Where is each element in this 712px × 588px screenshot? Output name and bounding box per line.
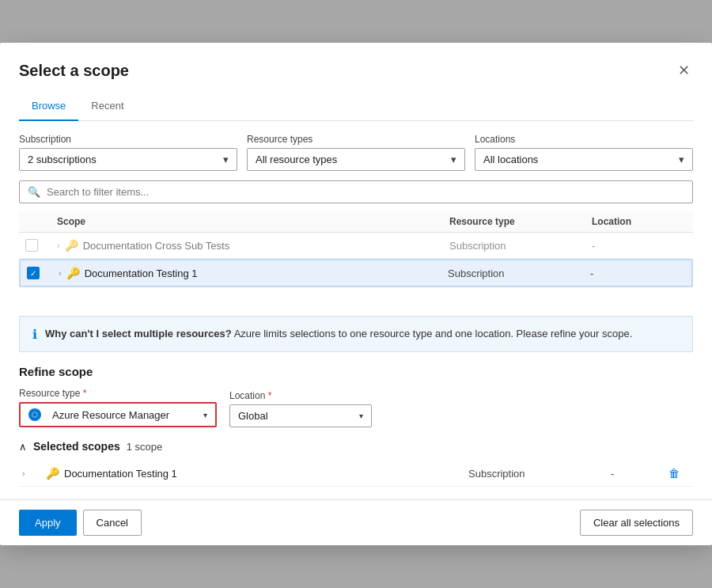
scope-cell-2: › 🔑 Documentation Testing 1 — [59, 267, 448, 279]
info-text: Why can't I select multiple resources? A… — [45, 326, 632, 342]
subscription-value: 2 subscriptions — [28, 154, 97, 165]
resource-types-value: All resource types — [256, 154, 337, 165]
resource-type-refine-value: Azure Resource Manager — [52, 409, 197, 421]
selected-expand-icon[interactable]: › — [22, 469, 46, 478]
locations-label: Locations — [475, 134, 693, 145]
selected-resource-type: Subscription — [468, 468, 611, 480]
selected-scope-name: Documentation Testing 1 — [64, 468, 177, 480]
modal-footer: Apply Cancel Clear all selections — [0, 499, 712, 545]
scope-name-1: Documentation Cross Sub Tests — [83, 240, 229, 252]
resource-type-refine-group: Resource type * ⬡ Azure Resource Manager… — [19, 388, 217, 427]
refine-scope-title: Refine scope — [19, 365, 693, 378]
resource-types-chevron-icon: ▾ — [451, 154, 456, 165]
selected-scopes-title: Selected scopes — [33, 440, 120, 453]
resource-type-refine-chevron-icon: ▾ — [203, 411, 207, 419]
location-refine-group: Location * Global ▾ — [229, 390, 372, 427]
table-header: Scope Resource type Location — [19, 211, 693, 233]
resource-type-refine-label: Resource type * — [19, 388, 217, 399]
info-description: Azure limits selections to one resource … — [234, 328, 633, 340]
location-refine-chevron-icon: ▾ — [359, 412, 363, 420]
location-refine-label: Location * — [229, 390, 372, 401]
selected-scopes-header[interactable]: ∧ Selected scopes 1 scope — [19, 440, 693, 453]
filters-row: Subscription 2 subscriptions ▾ Resource … — [19, 134, 693, 171]
scope-cell-1: › 🔑 Documentation Cross Sub Tests — [57, 239, 449, 252]
resource-types-filter-group: Resource types All resource types ▾ — [247, 134, 465, 171]
modal-header: Select a scope ✕ — [0, 43, 712, 92]
resource-type-1: Subscription — [449, 240, 592, 252]
selected-scopes-section: ∧ Selected scopes 1 scope › 🔑 Documentat… — [19, 440, 693, 487]
modal-body: Browse Recent Subscription 2 subscriptio… — [0, 92, 712, 499]
selected-scope-cell: 🔑 Documentation Testing 1 — [46, 467, 468, 480]
locations-value: All locations — [483, 154, 538, 165]
header-resource-type: Resource type — [449, 216, 592, 227]
table-row-selected: ✓ › 🔑 Documentation Testing 1 Subscripti… — [19, 259, 693, 287]
subscription-chevron-icon: ▾ — [223, 154, 229, 165]
cancel-button[interactable]: Cancel — [83, 510, 142, 536]
locations-dropdown[interactable]: All locations ▾ — [475, 148, 693, 171]
refine-row: Resource type * ⬡ Azure Resource Manager… — [19, 388, 693, 427]
delete-scope-button[interactable]: 🗑 — [658, 467, 690, 480]
resource-type-2: Subscription — [448, 267, 590, 279]
selected-key-icon: 🔑 — [46, 467, 59, 480]
tab-browse[interactable]: Browse — [19, 92, 78, 121]
locations-chevron-icon: ▾ — [679, 154, 684, 165]
tab-recent[interactable]: Recent — [78, 92, 136, 121]
arm-icon: ⬡ — [28, 408, 41, 421]
refine-scope-section: Refine scope Resource type * ⬡ Azure Res… — [19, 365, 693, 427]
location-refine-value: Global — [238, 410, 268, 422]
subscription-label: Subscription — [19, 134, 237, 145]
table-row: › 🔑 Documentation Cross Sub Tests Subscr… — [19, 233, 693, 259]
apply-button[interactable]: Apply — [19, 510, 77, 536]
selected-location: - — [611, 468, 658, 480]
modal-title: Select a scope — [19, 62, 129, 80]
locations-filter-group: Locations All locations ▾ — [475, 134, 693, 171]
header-location: Location — [592, 216, 687, 227]
selected-scopes-expand-icon: ∧ — [19, 441, 27, 453]
search-box: 🔍 — [19, 180, 693, 203]
header-scope: Scope — [57, 216, 449, 227]
expand-icon-1[interactable]: › — [57, 241, 60, 250]
location-2: - — [590, 267, 685, 279]
info-box: ℹ Why can't I select multiple resources?… — [19, 316, 693, 352]
subscription-filter-group: Subscription 2 subscriptions ▾ — [19, 134, 237, 171]
key-icon-2: 🔑 — [66, 267, 80, 279]
scope-count: 1 scope — [127, 441, 163, 453]
subscription-dropdown[interactable]: 2 subscriptions ▾ — [19, 148, 237, 171]
search-icon: 🔍 — [28, 186, 40, 198]
row-checkbox-1[interactable] — [25, 239, 38, 252]
location-1: - — [592, 240, 687, 252]
row-checkbox-2[interactable]: ✓ — [27, 267, 40, 279]
clear-all-button[interactable]: Clear all selections — [580, 510, 693, 536]
tab-bar: Browse Recent — [19, 92, 693, 121]
resource-type-required: * — [83, 388, 87, 399]
selected-scope-item: › 🔑 Documentation Testing 1 Subscription… — [19, 461, 693, 487]
footer-left-actions: Apply Cancel — [19, 510, 142, 536]
search-input[interactable] — [47, 186, 684, 198]
resource-type-refine-dropdown[interactable]: ⬡ Azure Resource Manager ▾ — [19, 402, 217, 427]
select-scope-modal: Select a scope ✕ Browse Recent Subscript… — [0, 43, 712, 545]
expand-icon-2[interactable]: › — [59, 268, 62, 278]
info-icon: ℹ — [32, 327, 37, 342]
scope-name-2: Documentation Testing 1 — [85, 267, 198, 279]
close-button[interactable]: ✕ — [675, 59, 693, 82]
resource-types-label: Resource types — [247, 134, 465, 145]
location-required: * — [268, 390, 272, 401]
key-icon-1: 🔑 — [65, 239, 78, 252]
location-refine-dropdown[interactable]: Global ▾ — [229, 404, 372, 427]
header-checkbox-col — [25, 216, 57, 227]
info-question: Why can't I select multiple resources? — [45, 328, 232, 340]
resource-types-dropdown[interactable]: All resource types ▾ — [247, 148, 465, 171]
